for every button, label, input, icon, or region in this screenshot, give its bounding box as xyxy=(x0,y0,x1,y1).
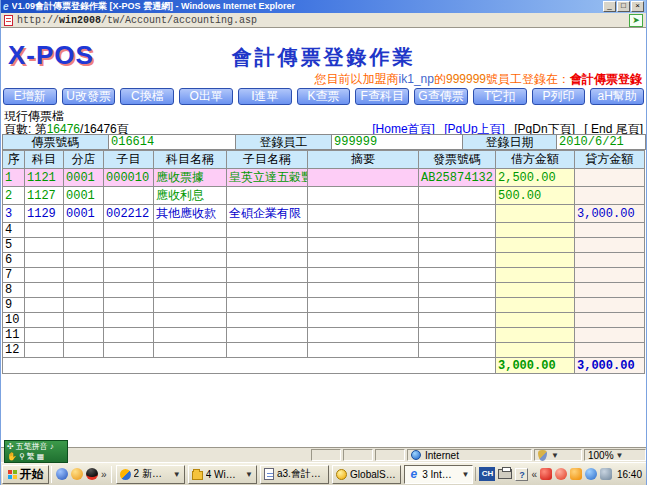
ime-magnifier-icon[interactable]: ⚲ xyxy=(19,452,25,462)
cell-credit[interactable] xyxy=(575,283,645,298)
cell-invoice[interactable] xyxy=(419,328,496,343)
cell-debit[interactable] xyxy=(496,343,575,358)
cell-credit[interactable] xyxy=(575,313,645,328)
row-seq[interactable]: 3 xyxy=(3,205,25,223)
cell-debit[interactable] xyxy=(496,205,575,223)
cell-branch[interactable] xyxy=(64,253,104,268)
quicklaunch-mail-icon[interactable] xyxy=(71,468,83,480)
quicklaunch-messenger-icon[interactable] xyxy=(56,468,68,480)
ime-keyboard-icon[interactable]: ▦ xyxy=(37,452,45,462)
cell-subject-name[interactable] xyxy=(154,328,227,343)
cell-branch[interactable] xyxy=(64,268,104,283)
table-row[interactable]: 111210001000010應收票據皇英立達五穀豐收AB258741322,5… xyxy=(3,169,645,187)
cell-invoice[interactable]: AB25874132 xyxy=(419,169,496,187)
cell-subitem-name[interactable] xyxy=(227,328,308,343)
cell-debit[interactable]: 500.00 xyxy=(496,187,575,205)
cell-credit[interactable] xyxy=(575,238,645,253)
dropdown-icon[interactable]: ▼ xyxy=(245,470,253,479)
toolbar-button-7[interactable]: F查科目 xyxy=(355,88,409,105)
cell-credit[interactable] xyxy=(575,253,645,268)
table-row[interactable]: 211270001應收利息500.00 xyxy=(3,187,645,205)
cell-debit[interactable] xyxy=(496,313,575,328)
ime-language-indicator[interactable]: CH xyxy=(479,467,495,481)
chevron-left-icon[interactable]: « xyxy=(531,469,537,480)
toolbar-button-2[interactable]: U改發票 xyxy=(62,88,116,105)
cell-summary[interactable] xyxy=(308,187,419,205)
tray-volume-icon[interactable] xyxy=(600,468,612,480)
cell-subitem[interactable]: 002212 xyxy=(104,205,154,223)
cell-branch[interactable]: 0001 xyxy=(64,205,104,223)
quicklaunch-qq-icon[interactable] xyxy=(86,468,98,480)
cell-subject-name[interactable] xyxy=(154,298,227,313)
cell-subject[interactable] xyxy=(25,223,64,238)
cell-subitem-name[interactable] xyxy=(227,343,308,358)
cell-summary[interactable] xyxy=(308,205,419,223)
cell-subject-name[interactable] xyxy=(154,238,227,253)
toolbar-button-4[interactable]: O出單 xyxy=(179,88,233,105)
cell-credit[interactable] xyxy=(575,223,645,238)
cell-subitem[interactable] xyxy=(104,268,154,283)
cell-credit[interactable] xyxy=(575,187,645,205)
cell-subitem[interactable] xyxy=(104,328,154,343)
table-row[interactable]: 11 xyxy=(3,328,645,343)
cell-subject-name[interactable] xyxy=(154,283,227,298)
cell-invoice[interactable] xyxy=(419,253,496,268)
cell-subject-name[interactable]: 應收票據 xyxy=(154,169,227,187)
taskbar-clock[interactable]: 16:40 xyxy=(615,469,644,480)
cell-subject-name[interactable] xyxy=(154,268,227,283)
cell-invoice[interactable] xyxy=(419,187,496,205)
task-sina-uc[interactable]: 2 新浪UC ▼ xyxy=(116,465,185,484)
cell-subject[interactable] xyxy=(25,238,64,253)
toolbar-button-10[interactable]: P列印 xyxy=(532,88,586,105)
ime-toolbar[interactable]: ✣ 五笔拼音 ♪ ✋ ⚲ 繁 ▦ xyxy=(4,440,68,463)
close-button[interactable]: × xyxy=(631,1,644,12)
cell-credit[interactable]: 3,000.00 xyxy=(575,205,645,223)
dropdown-icon[interactable]: ▼ xyxy=(173,470,181,479)
cell-summary[interactable] xyxy=(308,169,419,187)
row-seq[interactable]: 4 xyxy=(3,223,25,238)
cell-subject-name[interactable] xyxy=(154,313,227,328)
table-row[interactable]: 6 xyxy=(3,253,645,268)
cell-invoice[interactable] xyxy=(419,283,496,298)
cell-invoice[interactable] xyxy=(419,313,496,328)
task-globalscape[interactable]: GlobalSCAPE... xyxy=(332,465,401,484)
cell-summary[interactable] xyxy=(308,328,419,343)
cell-summary[interactable] xyxy=(308,313,419,328)
cell-subitem-name[interactable] xyxy=(227,187,308,205)
cell-branch[interactable]: 0001 xyxy=(64,169,104,187)
cell-debit[interactable] xyxy=(496,283,575,298)
cell-subitem-name[interactable] xyxy=(227,223,308,238)
cell-invoice[interactable] xyxy=(419,298,496,313)
cell-debit[interactable] xyxy=(496,298,575,313)
task-document[interactable]: a3.會計帳作... xyxy=(260,465,329,484)
cell-summary[interactable] xyxy=(308,253,419,268)
date-value[interactable]: 2010/6/21 xyxy=(557,135,645,149)
cell-subject[interactable] xyxy=(25,268,64,283)
toolbar-button-8[interactable]: G查傳票 xyxy=(414,88,468,105)
toolbar-button-3[interactable]: C換檔 xyxy=(120,88,174,105)
cell-summary[interactable] xyxy=(308,268,419,283)
toolbar-button-5[interactable]: I進單 xyxy=(238,88,292,105)
cell-subject[interactable] xyxy=(25,343,64,358)
employee-value[interactable]: 999999 xyxy=(332,135,463,149)
cell-subject[interactable]: 1129 xyxy=(25,205,64,223)
tray-security-icon[interactable] xyxy=(570,468,582,480)
cell-subject-name[interactable] xyxy=(154,223,227,238)
cell-subject-name[interactable] xyxy=(154,343,227,358)
cell-debit[interactable] xyxy=(496,238,575,253)
voucher-no-value[interactable]: 016614 xyxy=(109,135,236,149)
table-row[interactable]: 10 xyxy=(3,313,645,328)
cell-subitem[interactable] xyxy=(104,223,154,238)
row-seq[interactable]: 10 xyxy=(3,313,25,328)
cell-invoice[interactable] xyxy=(419,268,496,283)
cell-debit[interactable] xyxy=(496,328,575,343)
cell-invoice[interactable] xyxy=(419,205,496,223)
tray-network-icon[interactable] xyxy=(585,468,597,480)
cell-credit[interactable] xyxy=(575,169,645,187)
cell-branch[interactable] xyxy=(64,223,104,238)
cell-subitem[interactable]: 000010 xyxy=(104,169,154,187)
tray-qq-icon[interactable] xyxy=(540,468,552,480)
row-seq[interactable]: 5 xyxy=(3,238,25,253)
table-row[interactable]: 7 xyxy=(3,268,645,283)
cell-branch[interactable] xyxy=(64,238,104,253)
